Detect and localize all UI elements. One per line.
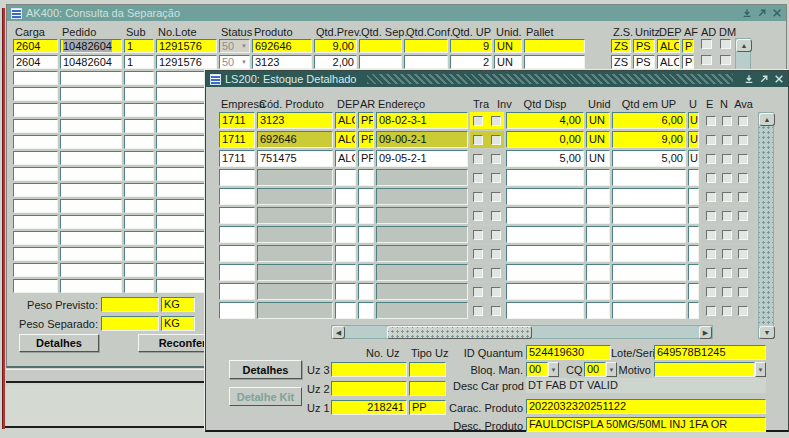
e-checkbox[interactable] [706, 192, 716, 202]
cell-empresa[interactable]: 1711 [219, 112, 255, 129]
cell-u[interactable] [688, 169, 699, 186]
inv-checkbox[interactable] [491, 306, 501, 316]
inv-checkbox[interactable] [491, 230, 501, 240]
n-checkbox[interactable] [722, 287, 732, 297]
cell-produto[interactable]: 692646 [252, 39, 312, 53]
tra-checkbox[interactable] [473, 268, 483, 278]
cell-u[interactable] [688, 245, 699, 262]
cell-dep[interactable] [335, 188, 356, 205]
cell-unid[interactable] [586, 169, 610, 186]
cell-qtd-em-up[interactable] [612, 302, 686, 319]
cell-carga[interactable] [13, 151, 58, 165]
cell-qtd-disp[interactable]: 0,00 [506, 131, 584, 148]
cell-carga[interactable] [13, 87, 58, 101]
cell-cod-produto[interactable]: 3123 [257, 112, 333, 129]
cell-empresa[interactable] [219, 283, 255, 300]
cell-cod-produto[interactable] [257, 207, 333, 224]
tra-checkbox[interactable] [473, 116, 483, 126]
cell-ar[interactable] [358, 264, 374, 281]
status-dropdown[interactable]: 50▼ [219, 39, 250, 53]
e-checkbox[interactable] [706, 211, 716, 221]
cell-sub[interactable] [124, 103, 154, 117]
cell-empresa[interactable]: 1711 [219, 131, 255, 148]
uz1-tipo-field[interactable]: PP [409, 400, 446, 415]
cell-qtd-up[interactable]: 2 [450, 55, 492, 69]
cell-qtd-em-up[interactable]: 5,00 [612, 150, 686, 167]
ava-checkbox[interactable] [738, 211, 748, 221]
ava-checkbox[interactable] [738, 192, 748, 202]
cell-dep[interactable] [335, 283, 356, 300]
cell-cod-produto[interactable]: 692646 [257, 131, 333, 148]
cell-qtd-up[interactable]: 9 [450, 39, 492, 53]
tra-checkbox[interactable] [473, 173, 483, 183]
lote-serial-field[interactable]: 649578B1245 [654, 345, 766, 360]
cell-cod-produto[interactable] [257, 302, 333, 319]
cell-u[interactable] [688, 226, 699, 243]
inv-checkbox[interactable] [491, 116, 501, 126]
n-checkbox[interactable] [722, 306, 732, 316]
uz2-tipo-field[interactable] [409, 381, 446, 396]
cell-pedido[interactable] [60, 215, 122, 229]
cell-qtd-em-up[interactable]: 6,00 [612, 112, 686, 129]
inv-checkbox[interactable] [491, 192, 501, 202]
cell-dep[interactable] [335, 302, 356, 319]
e-checkbox[interactable] [706, 135, 716, 145]
cell-empresa[interactable] [219, 169, 255, 186]
carac-produto-field[interactable]: 2022032320251122 [526, 399, 766, 414]
scroll-right-button[interactable]: ▶ [699, 326, 712, 339]
cell-ar[interactable]: PP [358, 131, 374, 148]
cell-carga[interactable] [13, 279, 58, 293]
inv-checkbox[interactable] [491, 287, 501, 297]
cell-empresa[interactable] [219, 264, 255, 281]
ava-checkbox[interactable] [738, 249, 748, 259]
e-checkbox[interactable] [706, 116, 716, 126]
tra-checkbox[interactable] [473, 230, 483, 240]
id-quantum-field[interactable]: 524419630 [526, 345, 611, 360]
cell-unid[interactable] [586, 283, 610, 300]
cell-produto[interactable]: 3123 [252, 55, 312, 69]
n-checkbox[interactable] [722, 135, 732, 145]
cell-pedido[interactable] [60, 199, 122, 213]
cell-endereco[interactable] [376, 169, 468, 186]
cell-pallet[interactable] [524, 55, 585, 69]
ad-checkbox[interactable] [701, 39, 712, 49]
cell-u[interactable] [688, 188, 699, 205]
cell-dep[interactable] [335, 264, 356, 281]
cell-qtd-em-up[interactable] [612, 245, 686, 262]
detalhes-button[interactable]: Detalhes [19, 334, 99, 352]
cell-unid[interactable] [586, 245, 610, 262]
cell-qtd-disp[interactable] [506, 188, 584, 205]
inv-checkbox[interactable] [491, 154, 501, 164]
cell-u[interactable] [688, 283, 699, 300]
n-checkbox[interactable] [722, 211, 732, 221]
cell-pedido[interactable] [60, 279, 122, 293]
cell-empresa[interactable]: 1711 [219, 150, 255, 167]
ls200-horizontal-scrollbar[interactable]: ◀ ▶ [331, 325, 713, 339]
cell-qtd-prev[interactable]: 9,00 [314, 39, 357, 53]
cell-unid[interactable] [586, 226, 610, 243]
cell-qtd-sep[interactable] [359, 55, 402, 69]
cell-cod-produto[interactable] [257, 245, 333, 262]
cell-pedido[interactable] [60, 247, 122, 261]
cell-ar[interactable] [358, 245, 374, 262]
cell-endereco[interactable] [376, 245, 468, 262]
cell-empresa[interactable] [219, 226, 255, 243]
cell-dep[interactable] [335, 207, 356, 224]
cell-cod-produto[interactable] [257, 169, 333, 186]
cell-carga[interactable] [13, 119, 58, 133]
cell-qtd-disp[interactable] [506, 283, 584, 300]
tra-checkbox[interactable] [473, 249, 483, 259]
cell-carga[interactable]: 2604 [13, 55, 58, 69]
cell-pedido[interactable] [60, 183, 122, 197]
cell-no-lote[interactable]: 1291576 [156, 39, 217, 53]
cell-qtd-disp[interactable] [506, 245, 584, 262]
cell-pedido[interactable] [60, 151, 122, 165]
uz2-no-field[interactable] [331, 381, 407, 396]
cell-carga[interactable] [13, 71, 58, 85]
ava-checkbox[interactable] [738, 268, 748, 278]
cell-u[interactable] [688, 207, 699, 224]
dm-checkbox[interactable] [720, 55, 731, 65]
tra-checkbox[interactable] [473, 192, 483, 202]
ad-checkbox[interactable] [701, 55, 712, 65]
cell-unid[interactable]: UN [586, 131, 610, 148]
